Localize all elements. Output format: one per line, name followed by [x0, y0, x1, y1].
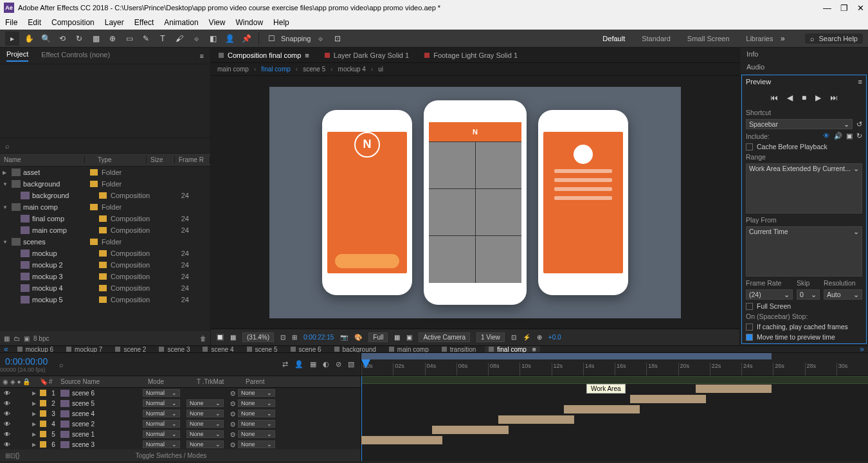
shy-icon[interactable]: 👤	[294, 360, 303, 368]
info-panel-tab[interactable]: Info	[740, 48, 868, 60]
menu-animation[interactable]: Animation	[164, 18, 198, 27]
col-source[interactable]: Source Name	[58, 378, 145, 385]
comp-mini-flow-icon[interactable]: ⇄	[282, 360, 288, 368]
draft3d-icon[interactable]: ▦	[310, 360, 316, 368]
framerate-select[interactable]: (24)⌄	[746, 289, 793, 300]
trash-icon[interactable]: 🗑	[200, 335, 206, 342]
flow-item[interactable]: main comp	[217, 66, 249, 73]
tabs-scroll-right[interactable]: »	[860, 346, 864, 353]
project-row[interactable]: ▼backgroundFolder	[0, 178, 210, 190]
timeline-tab[interactable]: mockup 7	[62, 346, 106, 353]
toggle-switches[interactable]: Toggle Switches / Modes	[136, 452, 207, 459]
timeline-ruler[interactable]: 00s02s04s06s08s10s12s14s16s18s20s22s24s2…	[361, 353, 868, 376]
clone-tool[interactable]: ⟐	[189, 32, 203, 46]
layer-bar[interactable]	[432, 426, 508, 434]
minimize-button[interactable]: —	[823, 3, 831, 13]
exposure[interactable]: +0.0	[548, 334, 561, 341]
project-row[interactable]: ▶assetFolder	[0, 167, 210, 178]
col-frame[interactable]: Frame R	[175, 156, 210, 163]
audio-icon[interactable]: 🔊	[834, 132, 842, 140]
menu-edit[interactable]: Edit	[28, 18, 41, 27]
skip-select[interactable]: 0⌄	[797, 289, 820, 300]
eraser-tool[interactable]: ◧	[206, 32, 220, 46]
layer-bar[interactable]	[498, 415, 574, 424]
project-row[interactable]: ▼scenesFolder	[0, 236, 210, 248]
col-type[interactable]: Type	[94, 156, 147, 163]
frame-blend-icon[interactable]: ◐	[323, 360, 329, 368]
timeline-layer[interactable]: 👁▶1scene 6Normal⌄⊙None⌄	[0, 388, 361, 398]
first-frame-button[interactable]: ⏮	[770, 93, 778, 102]
project-row[interactable]: main compComposition24	[0, 224, 210, 236]
prev-frame-button[interactable]: ◀	[787, 93, 793, 102]
workspace-small-screen[interactable]: Small Screen	[687, 35, 729, 42]
comp-tab[interactable]: Footage Light Gray Solid 1	[420, 51, 521, 59]
camera-tool[interactable]: ▦	[89, 32, 103, 46]
timeline-tab[interactable]: background	[330, 346, 380, 353]
stop-button[interactable]: ■	[802, 93, 806, 102]
project-row[interactable]: ▼main compFolder	[0, 201, 210, 213]
resolution-icon[interactable]: ⊡	[280, 334, 285, 341]
project-row[interactable]: backgroundComposition24	[0, 190, 210, 201]
range-select[interactable]: Work Area Extended By Current...⌄	[746, 163, 862, 213]
safe-icon[interactable]: ⊞	[292, 334, 297, 341]
graph-icon[interactable]: ▧	[348, 360, 354, 368]
layer-bar[interactable]	[696, 385, 772, 393]
project-row[interactable]: mockup 5Composition24	[0, 294, 210, 305]
ifcaching-checkbox[interactable]	[746, 323, 753, 331]
menu-file[interactable]: File	[5, 18, 17, 27]
rect-tool[interactable]: ▭	[122, 32, 136, 46]
movetime-checkbox[interactable]	[746, 334, 753, 341]
timeline-tab[interactable]: main comp	[385, 346, 433, 353]
bpc-label[interactable]: 8 bpc	[33, 335, 49, 342]
panel-tab[interactable]: Project	[6, 50, 28, 62]
zoom-select[interactable]: (31.4%)	[242, 332, 274, 342]
playfrom-select[interactable]: Current Time⌄	[746, 226, 862, 277]
workspace-libraries[interactable]: Libraries	[746, 35, 773, 42]
layer-bar[interactable]	[630, 395, 706, 403]
project-list[interactable]: ▶assetFolder▼backgroundFolderbackgroundC…	[0, 167, 210, 331]
project-row[interactable]: mockupComposition24	[0, 248, 210, 259]
mag-icon[interactable]: 🔲	[216, 334, 224, 341]
layer-bar[interactable]	[361, 436, 442, 444]
col-mode[interactable]: Mode	[145, 378, 194, 385]
type-tool[interactable]: T	[156, 32, 170, 46]
audio-panel-tab[interactable]: Audio	[740, 60, 868, 73]
grid-icon[interactable]: ▦	[230, 334, 236, 341]
snapping-checkbox[interactable]: ☐	[264, 32, 278, 46]
col-trkmat[interactable]: T .TrkMat	[194, 378, 243, 385]
interpret-icon[interactable]: ▦	[4, 335, 10, 342]
loop-icon[interactable]: ↻	[856, 132, 862, 140]
project-row[interactable]: final compComposition24	[0, 213, 210, 224]
timeline-bars[interactable]: Work Area	[361, 376, 868, 461]
cache-checkbox[interactable]	[746, 143, 753, 150]
flow-item[interactable]: final comp	[261, 66, 291, 73]
timeline-tab[interactable]: transition	[438, 346, 480, 353]
toggle-icon-2[interactable]: ⊡	[10, 452, 15, 459]
project-row[interactable]: mockup 2Composition24	[0, 259, 210, 271]
workspace-chevron-icon[interactable]: »	[775, 32, 790, 46]
overlay-icon[interactable]: ▣	[846, 132, 853, 140]
play-button[interactable]: ▶	[815, 93, 821, 102]
flow-item[interactable]: scene 5	[303, 66, 325, 73]
project-row[interactable]: mockup 3Composition24	[0, 271, 210, 282]
selection-tool[interactable]: ▸	[5, 32, 19, 46]
panel-menu-icon[interactable]: ≡	[858, 78, 862, 86]
timeline-tab[interactable]: scene 3	[155, 346, 194, 353]
col-parent[interactable]: Parent	[243, 378, 307, 385]
reset-icon[interactable]: ↺	[856, 120, 862, 128]
views-select[interactable]: 1 View	[476, 332, 505, 342]
zoom-tool[interactable]: 🔍	[39, 32, 53, 46]
close-button[interactable]: ✕	[857, 3, 864, 13]
timeline-tab[interactable]: scene 4	[199, 346, 237, 353]
snapshot-icon[interactable]: 📷	[340, 334, 348, 341]
transparent-icon[interactable]: ▦	[394, 334, 400, 341]
search-help[interactable]: ⌕ Search Help	[805, 33, 863, 44]
orbit-tool[interactable]: ⟲	[55, 32, 69, 46]
timeline-tab[interactable]: final comp≡	[485, 346, 539, 353]
col-size[interactable]: Size	[147, 156, 175, 163]
menu-help[interactable]: Help	[273, 18, 289, 27]
shortcut-select[interactable]: Spacebar⌄	[746, 119, 853, 129]
draft-icon[interactable]: ⊡	[511, 334, 516, 341]
rotate-tool[interactable]: ↻	[72, 32, 86, 46]
comp-tab[interactable]: Composition final comp≡	[215, 51, 313, 59]
